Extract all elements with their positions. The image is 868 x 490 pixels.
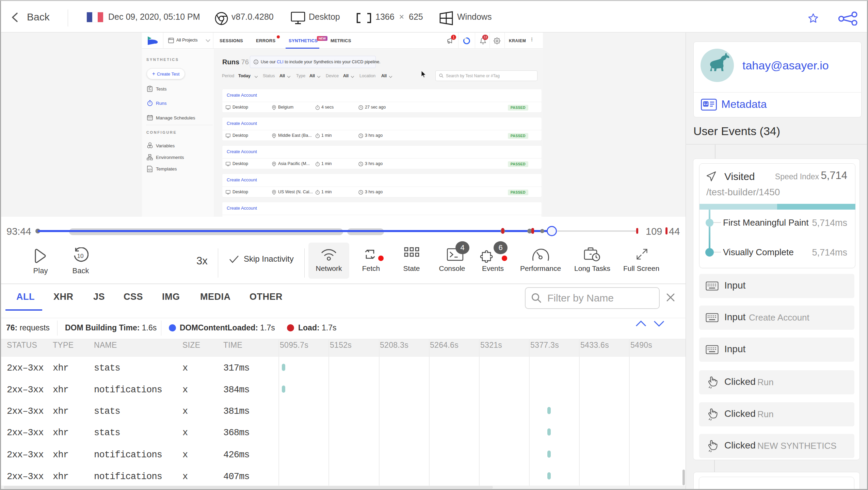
svg-text:10: 10: [77, 253, 84, 259]
